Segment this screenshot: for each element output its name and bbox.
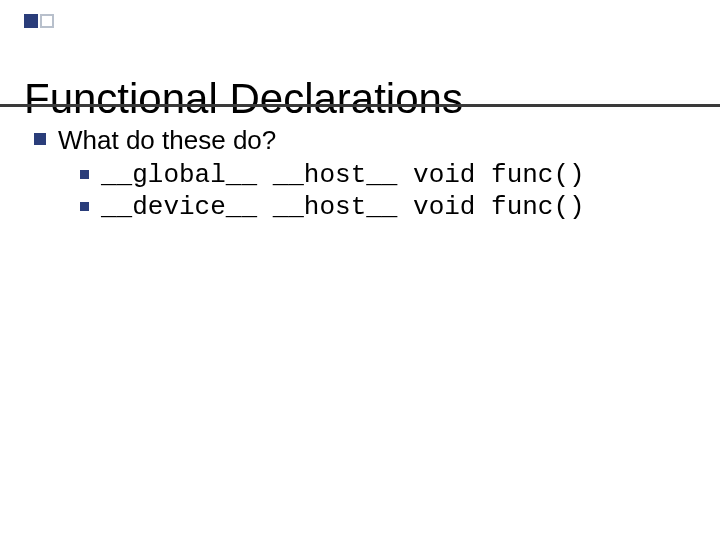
slide-body: What do these do? __global__ __host__ vo…: [34, 124, 700, 224]
list-item: __global__ __host__ void func(): [80, 159, 700, 192]
accent-square-solid-icon: [24, 14, 38, 28]
accent-square-outline-icon: [40, 14, 54, 28]
square-bullet-icon: [80, 202, 89, 211]
code-text: __global__ __host__ void func(): [101, 159, 585, 192]
square-bullet-icon: [80, 170, 89, 179]
list-item: What do these do?: [34, 124, 700, 157]
title-underline: [0, 104, 720, 107]
list-item-text: What do these do?: [58, 124, 276, 157]
sub-list: __global__ __host__ void func() __device…: [80, 159, 700, 224]
slide-title: Functional Declarations: [24, 76, 463, 122]
slide: Functional Declarations What do these do…: [0, 0, 720, 540]
code-text: __device__ __host__ void func(): [101, 191, 585, 224]
accent-squares: [24, 14, 54, 28]
list-item: __device__ __host__ void func(): [80, 191, 700, 224]
square-bullet-icon: [34, 133, 46, 145]
